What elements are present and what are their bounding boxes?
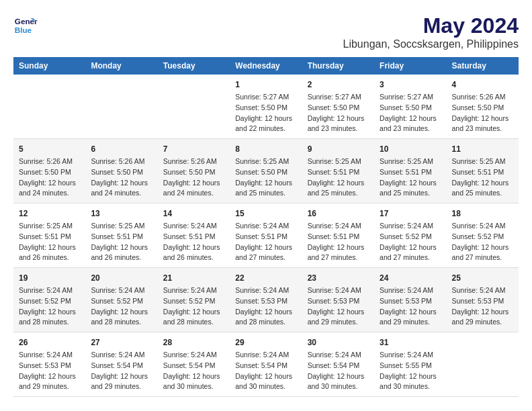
day-number: 14 — [163, 208, 224, 220]
day-info-line: and 27 minutes. — [380, 253, 441, 263]
day-info-line: Sunset: 5:51 PM — [19, 232, 80, 242]
day-number: 21 — [163, 272, 224, 284]
day-number: 2 — [308, 79, 369, 91]
calendar-cell: 12Sunrise: 5:25 AMSunset: 5:51 PMDayligh… — [13, 203, 85, 268]
day-info-line: Sunrise: 5:24 AM — [163, 285, 224, 296]
day-info-line: Sunset: 5:50 PM — [235, 167, 296, 178]
day-info-line: Sunrise: 5:27 AM — [308, 92, 369, 103]
day-info-line: Sunset: 5:53 PM — [380, 296, 441, 307]
day-info-line: and 26 minutes. — [163, 253, 224, 263]
calendar-cell: 4Sunrise: 5:26 AMSunset: 5:50 PMDaylight… — [447, 75, 519, 139]
calendar-table: SundayMondayTuesdayWednesdayThursdayFrid… — [13, 57, 519, 397]
day-header-thursday: Thursday — [302, 57, 374, 75]
day-info-line: Sunset: 5:50 PM — [235, 103, 296, 113]
day-number: 8 — [235, 143, 296, 155]
day-info-line: Sunrise: 5:24 AM — [19, 350, 80, 361]
page-header: General Blue May 2024 Libungan, Soccsksa… — [13, 13, 519, 50]
day-info-line: Sunset: 5:50 PM — [452, 103, 513, 113]
day-info-line: Sunset: 5:52 PM — [19, 296, 80, 307]
day-info-line: Sunset: 5:55 PM — [380, 361, 441, 371]
day-info-line: Sunset: 5:52 PM — [91, 296, 152, 307]
calendar-cell: 24Sunrise: 5:24 AMSunset: 5:53 PMDayligh… — [374, 268, 446, 332]
day-info-line: and 23 minutes. — [308, 124, 369, 134]
calendar-cell: 19Sunrise: 5:24 AMSunset: 5:52 PMDayligh… — [13, 268, 85, 332]
day-info-line: Sunset: 5:54 PM — [235, 361, 296, 371]
day-number: 12 — [19, 208, 80, 220]
day-info-line: Sunrise: 5:26 AM — [163, 156, 224, 167]
day-info-line: Daylight: 12 hours — [308, 242, 369, 253]
day-info-line: Daylight: 12 hours — [163, 307, 224, 318]
calendar-cell: 30Sunrise: 5:24 AMSunset: 5:54 PMDayligh… — [302, 332, 374, 397]
day-info-line: Sunrise: 5:25 AM — [308, 156, 369, 167]
day-info-line: Daylight: 12 hours — [235, 113, 296, 124]
calendar-cell — [13, 75, 85, 139]
calendar-cell: 7Sunrise: 5:26 AMSunset: 5:50 PMDaylight… — [158, 139, 230, 203]
day-info-line: Sunrise: 5:25 AM — [19, 221, 80, 232]
calendar-week-1: 1Sunrise: 5:27 AMSunset: 5:50 PMDaylight… — [13, 75, 519, 139]
day-info-line: Daylight: 12 hours — [19, 178, 80, 189]
day-info-line: Sunrise: 5:27 AM — [380, 92, 441, 103]
day-number: 28 — [163, 336, 224, 349]
day-number: 24 — [380, 272, 441, 284]
day-info-line: Daylight: 12 hours — [308, 307, 369, 318]
day-number: 25 — [452, 272, 513, 284]
calendar-cell — [85, 75, 157, 139]
day-number: 23 — [308, 272, 369, 284]
day-number: 10 — [380, 143, 441, 155]
day-number: 20 — [91, 272, 152, 284]
day-info-line: Sunset: 5:51 PM — [452, 167, 513, 178]
day-info-line: Daylight: 12 hours — [163, 371, 224, 382]
day-info-line: Sunset: 5:50 PM — [380, 103, 441, 113]
day-info-line: Sunrise: 5:24 AM — [235, 285, 296, 296]
day-info-line: Sunrise: 5:24 AM — [19, 285, 80, 296]
day-info-line: and 30 minutes. — [163, 381, 224, 392]
calendar-cell: 23Sunrise: 5:24 AMSunset: 5:53 PMDayligh… — [302, 268, 374, 332]
day-info-line: Daylight: 12 hours — [308, 113, 369, 124]
day-info-line: Sunrise: 5:24 AM — [91, 350, 152, 361]
calendar-cell: 8Sunrise: 5:25 AMSunset: 5:50 PMDaylight… — [230, 139, 302, 203]
day-info-line: Daylight: 12 hours — [380, 178, 441, 189]
logo-icon: General Blue — [13, 13, 38, 38]
calendar-cell: 26Sunrise: 5:24 AMSunset: 5:53 PMDayligh… — [13, 332, 85, 397]
day-number: 4 — [452, 79, 513, 91]
calendar-cell — [158, 75, 230, 139]
calendar-cell: 3Sunrise: 5:27 AMSunset: 5:50 PMDaylight… — [374, 75, 446, 139]
day-info-line: and 24 minutes. — [91, 188, 152, 199]
day-number: 13 — [91, 208, 152, 220]
day-info-line: Daylight: 12 hours — [452, 242, 513, 253]
day-info-line: Sunrise: 5:24 AM — [163, 221, 224, 232]
day-info-line: Sunrise: 5:25 AM — [235, 156, 296, 167]
day-info-line: Daylight: 12 hours — [452, 307, 513, 318]
day-info-line: and 22 minutes. — [235, 124, 296, 134]
day-info-line: Sunset: 5:54 PM — [163, 361, 224, 371]
day-header-sunday: Sunday — [13, 57, 85, 75]
day-info-line: Daylight: 12 hours — [308, 371, 369, 382]
day-info-line: Daylight: 12 hours — [19, 242, 80, 253]
day-info-line: Sunset: 5:53 PM — [308, 296, 369, 307]
day-info-line: Sunrise: 5:24 AM — [308, 350, 369, 361]
day-number: 30 — [308, 336, 369, 349]
day-number: 16 — [308, 208, 369, 220]
day-info-line: Sunrise: 5:24 AM — [380, 221, 441, 232]
day-header-tuesday: Tuesday — [158, 57, 230, 75]
calendar-cell: 15Sunrise: 5:24 AMSunset: 5:51 PMDayligh… — [230, 203, 302, 268]
calendar-week-4: 19Sunrise: 5:24 AMSunset: 5:52 PMDayligh… — [13, 268, 519, 332]
day-info-line: Sunrise: 5:26 AM — [452, 92, 513, 103]
calendar-cell: 17Sunrise: 5:24 AMSunset: 5:52 PMDayligh… — [374, 203, 446, 268]
day-info-line: Sunrise: 5:24 AM — [163, 350, 224, 361]
calendar-week-5: 26Sunrise: 5:24 AMSunset: 5:53 PMDayligh… — [13, 332, 519, 397]
day-info-line: Sunrise: 5:25 AM — [91, 221, 152, 232]
day-info-line: and 27 minutes. — [308, 253, 369, 263]
day-info-line: and 26 minutes. — [91, 253, 152, 263]
day-info-line: Sunrise: 5:24 AM — [235, 221, 296, 232]
calendar-cell — [447, 332, 519, 397]
day-info-line: Daylight: 12 hours — [308, 178, 369, 189]
day-info-line: Daylight: 12 hours — [19, 307, 80, 318]
day-info-line: Daylight: 12 hours — [380, 371, 441, 382]
day-info-line: Sunset: 5:53 PM — [19, 361, 80, 371]
day-number: 29 — [235, 336, 296, 349]
calendar-cell: 22Sunrise: 5:24 AMSunset: 5:53 PMDayligh… — [230, 268, 302, 332]
subtitle: Libungan, Soccsksargen, Philippines — [343, 38, 519, 50]
calendar-week-3: 12Sunrise: 5:25 AMSunset: 5:51 PMDayligh… — [13, 203, 519, 268]
day-number: 27 — [91, 336, 152, 349]
